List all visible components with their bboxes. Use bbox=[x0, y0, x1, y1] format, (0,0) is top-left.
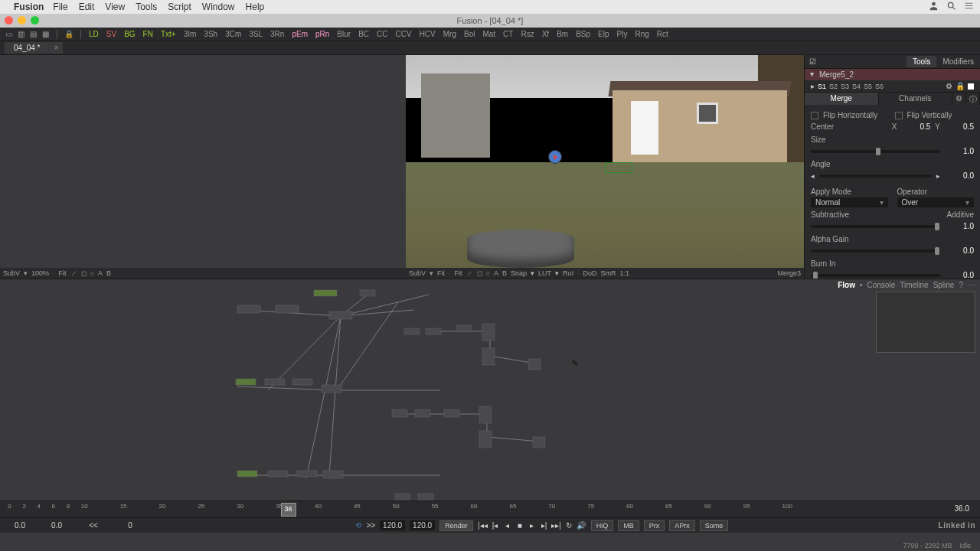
operator-select[interactable]: Over▾ bbox=[897, 197, 975, 207]
lock-icon[interactable]: 🔒 bbox=[956, 82, 965, 90]
vb-tool-icon[interactable]: B bbox=[106, 269, 111, 277]
chevron-right-icon[interactable]: ▸ bbox=[811, 82, 815, 90]
tool-rsz[interactable]: Rsz bbox=[519, 30, 535, 38]
flow-graph[interactable] bbox=[0, 279, 980, 500]
tool-mat[interactable]: Mat bbox=[481, 30, 497, 38]
vb-dod[interactable]: DoD bbox=[583, 269, 597, 277]
center-marker[interactable]: ▼ bbox=[548, 150, 562, 164]
user-icon[interactable] bbox=[929, 1, 939, 13]
subtab-gear-icon[interactable]: ⚙ bbox=[952, 93, 966, 105]
vb-view[interactable]: SubV bbox=[3, 269, 20, 277]
subtab-info-icon[interactable]: ⓘ bbox=[966, 93, 980, 105]
prev-key-icon[interactable]: |◂ bbox=[490, 521, 501, 530]
subtab-merge[interactable]: Merge bbox=[805, 93, 879, 105]
flow-panel[interactable]: Flow • Console Timeline Spline ? ⋯ bbox=[0, 279, 980, 500]
alpha-gain-slider[interactable] bbox=[811, 249, 940, 253]
tab-close-icon[interactable]: × bbox=[54, 44, 59, 52]
viewer-left[interactable]: SubV▾ 100%· Fit ⟋ ◻ ○ A B bbox=[0, 55, 406, 279]
tool-fn[interactable]: FN bbox=[142, 30, 155, 38]
vb-snap[interactable]: Snap bbox=[511, 269, 527, 277]
tool-hcv[interactable]: HCV bbox=[418, 30, 437, 38]
flip-h-check[interactable] bbox=[811, 112, 818, 119]
audio-icon[interactable]: 🔊 bbox=[576, 521, 586, 530]
vb-tool-icon[interactable]: ⟋ bbox=[70, 269, 77, 277]
menu-tools[interactable]: Tools bbox=[136, 2, 157, 12]
range-in[interactable]: 0.0 bbox=[41, 521, 72, 530]
vb-fit[interactable]: Fit bbox=[59, 269, 67, 277]
burn-in-slider[interactable] bbox=[811, 274, 940, 277]
timeline-ruler[interactable]: 0 2 4 6 8 10 15 20 25 30 35 40 45 50 55 … bbox=[0, 500, 980, 517]
layout-2-icon[interactable]: ▥ bbox=[15, 29, 26, 40]
menu-edit[interactable]: Edit bbox=[79, 2, 95, 12]
vb-icon[interactable]: ○ bbox=[486, 269, 490, 277]
menu-script[interactable]: Script bbox=[168, 2, 191, 12]
selection-rect[interactable] bbox=[605, 162, 632, 173]
document-tab[interactable]: 04_04 * × bbox=[5, 42, 63, 54]
tool-sv[interactable]: SV bbox=[105, 30, 118, 38]
layout-3-icon[interactable]: ▤ bbox=[28, 29, 38, 40]
menu-help[interactable]: Help bbox=[246, 2, 265, 12]
vb-tool-icon[interactable]: A bbox=[98, 269, 103, 277]
tool-bg[interactable]: BG bbox=[122, 30, 136, 38]
next-key-icon[interactable]: ▸| bbox=[539, 521, 550, 530]
traffic-lights[interactable] bbox=[5, 16, 39, 24]
tool-bc[interactable]: BC bbox=[357, 30, 371, 38]
current-frame[interactable]: 0 bbox=[115, 521, 145, 530]
checkbox-icon[interactable]: ☑ bbox=[805, 56, 821, 67]
tool-ccv[interactable]: CCV bbox=[394, 30, 413, 38]
stop-icon[interactable]: ■ bbox=[514, 521, 525, 530]
vb-icon[interactable]: ⟋ bbox=[466, 269, 473, 277]
tool-bsp[interactable]: BSp bbox=[574, 30, 592, 38]
vb-zoom[interactable]: 100% bbox=[31, 269, 49, 277]
loop-icon[interactable]: ↻ bbox=[564, 521, 574, 530]
vb-tool-icon[interactable]: ◻ bbox=[81, 269, 87, 277]
play-rev-icon[interactable]: ◂ bbox=[502, 521, 513, 530]
node-header[interactable]: ▸ Merge5_2 bbox=[805, 69, 980, 80]
menu-file[interactable]: File bbox=[53, 2, 67, 12]
range-start[interactable]: 0.0 bbox=[5, 521, 35, 530]
vb-tool-icon[interactable]: ○ bbox=[90, 269, 94, 277]
menu-window[interactable]: Window bbox=[202, 2, 235, 12]
gear-icon[interactable]: ⚙ bbox=[946, 82, 952, 90]
tool-bol[interactable]: Bol bbox=[462, 30, 476, 38]
tool-elp[interactable]: Elp bbox=[596, 30, 610, 38]
tool-ld[interactable]: LD bbox=[87, 30, 100, 38]
sub-add-slider[interactable] bbox=[811, 225, 940, 228]
tab-modifiers[interactable]: Modifiers bbox=[936, 56, 980, 67]
vb-icon[interactable]: ◻ bbox=[477, 269, 482, 277]
loop-icon[interactable]: ⟲ bbox=[355, 521, 361, 530]
tool-3sl[interactable]: 3SL bbox=[247, 30, 264, 38]
size-slider[interactable] bbox=[811, 150, 940, 153]
angle-slider[interactable] bbox=[819, 174, 932, 178]
color-swatch[interactable] bbox=[968, 83, 974, 90]
tab-tools[interactable]: Tools bbox=[906, 56, 936, 67]
center-y[interactable]: 0.5 bbox=[945, 122, 974, 131]
app-name[interactable]: Fusion bbox=[14, 2, 44, 12]
vb-roi[interactable]: RoI bbox=[563, 269, 573, 277]
playhead[interactable]: 36 bbox=[281, 503, 296, 517]
subtab-channels[interactable]: Channels bbox=[879, 93, 953, 105]
vb-lut[interactable]: LUT bbox=[538, 269, 551, 277]
tool-3sh[interactable]: 3Sh bbox=[202, 30, 219, 38]
menu-view[interactable]: View bbox=[105, 2, 125, 12]
tool-mrg[interactable]: Mrg bbox=[442, 30, 458, 38]
layout-4-icon[interactable]: ▦ bbox=[40, 29, 51, 40]
flip-v-check[interactable] bbox=[895, 112, 903, 119]
apply-mode-select[interactable]: Normal▾ bbox=[811, 197, 888, 207]
tool-ply[interactable]: Ply bbox=[616, 30, 629, 38]
tool-prn[interactable]: pRn bbox=[314, 30, 331, 38]
tool-ct[interactable]: CT bbox=[501, 30, 514, 38]
tool-xf[interactable]: Xf bbox=[541, 30, 550, 38]
tool-rct[interactable]: Rct bbox=[655, 30, 670, 38]
vb-smr[interactable]: SmR bbox=[601, 269, 616, 277]
tool-3cm[interactable]: 3Cm bbox=[224, 30, 243, 38]
tool-txt[interactable]: Txt+ bbox=[159, 30, 178, 38]
center-x[interactable]: 0.5 bbox=[901, 122, 930, 131]
last-frame-icon[interactable]: ▸▸| bbox=[551, 521, 562, 530]
tool-3rn[interactable]: 3Rn bbox=[269, 30, 286, 38]
render-button[interactable]: Render bbox=[439, 520, 473, 531]
tool-3im[interactable]: 3Im bbox=[182, 30, 198, 38]
layout-1-icon[interactable]: ▭ bbox=[3, 29, 14, 40]
tool-pem[interactable]: pEm bbox=[290, 30, 309, 38]
tool-bm[interactable]: Bm bbox=[555, 30, 570, 38]
